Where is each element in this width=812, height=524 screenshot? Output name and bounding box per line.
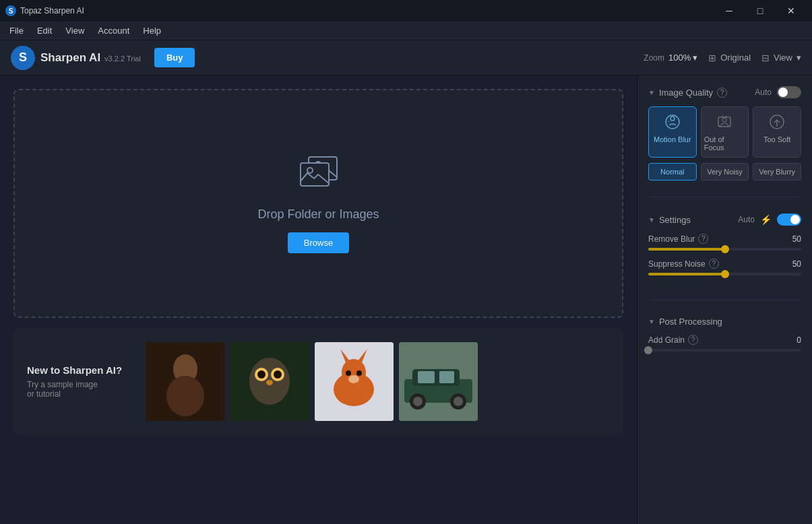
image-quality-auto-label: Auto [755, 88, 772, 97]
out-of-focus-label: Out of Focus [704, 135, 746, 152]
maximize-button[interactable]: □ [745, 0, 776, 22]
svg-rect-29 [439, 371, 454, 383]
sample-section: New to Sharpen AI? Try a sample image or… [13, 329, 623, 434]
divider-1 [648, 197, 801, 197]
remove-blur-info-icon[interactable]: ? [698, 234, 708, 244]
drop-icon [295, 154, 342, 197]
right-panel: ▼ Image Quality ? Auto [637, 75, 812, 524]
post-processing-title: ▼ Post Processing [648, 317, 722, 327]
menu-edit[interactable]: Edit [30, 23, 59, 38]
menu-help[interactable]: Help [136, 23, 168, 38]
post-processing-label: Post Processing [659, 317, 722, 327]
zoom-label: Zoom [644, 53, 664, 63]
zoom-control[interactable]: Zoom 100% ▾ [644, 53, 697, 63]
settings-section: ▼ Settings Auto ⚡ Remove Blur ? 50 [648, 214, 801, 284]
quality-btn-out-of-focus[interactable]: Out of Focus [701, 106, 749, 158]
add-grain-label-row: Add Grain ? 0 [648, 335, 801, 345]
noise-btn-very-blurry[interactable]: Very Blurry [753, 163, 801, 181]
original-icon: ⊞ [708, 53, 716, 63]
toolbar: S Sharpen AI v3.2.2 Trial Buy Zoom 100% … [0, 40, 812, 75]
settings-chevron-icon: ▼ [648, 216, 655, 224]
image-quality-info-icon[interactable]: ? [717, 88, 727, 98]
sample-image-3[interactable] [315, 342, 394, 421]
svg-point-16 [266, 380, 273, 385]
view-label: View [774, 53, 792, 63]
app-name-group: Sharpen AI v3.2.2 Trial [40, 51, 141, 65]
titlebar-app-icon: S [5, 5, 16, 16]
app-logo: S Sharpen AI v3.2.2 Trial [11, 46, 141, 70]
noise-btn-normal[interactable]: Normal [648, 163, 697, 181]
dropzone[interactable]: Drop Folder or Images Browse [13, 89, 623, 318]
suppress-noise-value: 50 [792, 259, 801, 269]
zoom-value: 100% ▾ [668, 53, 697, 63]
suppress-noise-info-icon[interactable]: ? [709, 259, 719, 269]
sample-image-1[interactable] [146, 342, 225, 421]
remove-blur-label-row: Remove Blur ? 50 [648, 234, 801, 244]
remove-blur-value: 50 [792, 234, 801, 244]
too-soft-label: Too Soft [763, 135, 790, 143]
remove-blur-track[interactable] [648, 248, 801, 251]
add-grain-thumb[interactable] [644, 346, 652, 354]
remove-blur-fill [648, 248, 725, 251]
svg-text:S: S [9, 7, 13, 15]
browse-button[interactable]: Browse [288, 232, 349, 253]
image-quality-section: ▼ Image Quality ? Auto [648, 86, 801, 181]
menu-file[interactable]: File [3, 23, 30, 38]
app-name: Sharpen AI [40, 51, 100, 65]
sample-image-4[interactable] [399, 342, 478, 421]
menu-view[interactable]: View [59, 23, 91, 38]
add-grain-slider-row: Add Grain ? 0 [648, 335, 801, 352]
quality-btn-motion-blur[interactable]: Motion Blur [648, 106, 697, 158]
remove-blur-thumb[interactable] [721, 245, 729, 253]
settings-header: ▼ Settings Auto ⚡ [648, 214, 801, 226]
original-button[interactable]: ⊞ Original [708, 53, 751, 63]
svg-point-15 [274, 370, 282, 379]
view-icon: ⊟ [761, 53, 770, 63]
svg-point-33 [454, 397, 463, 406]
settings-toggle[interactable] [777, 214, 801, 226]
suppress-noise-slider-row: Suppress Noise ? 50 [648, 259, 801, 275]
image-quality-chevron-icon: ▼ [648, 89, 655, 96]
add-grain-track[interactable] [648, 349, 801, 352]
motion-blur-icon [663, 112, 682, 131]
suppress-noise-label-row: Suppress Noise ? 50 [648, 259, 801, 269]
svg-point-22 [348, 375, 359, 383]
svg-rect-4 [301, 163, 329, 186]
post-processing-chevron-icon: ▼ [648, 318, 655, 325]
menubar: File Edit View Account Help [0, 22, 812, 40]
sample-title: New to Sharpen AI? [27, 364, 122, 376]
quality-btn-too-soft[interactable]: Too Soft [753, 106, 801, 158]
minimize-button[interactable]: ─ [714, 0, 745, 22]
suppress-noise-track[interactable] [648, 273, 801, 275]
noise-btn-very-noisy[interactable]: Very Noisy [701, 163, 749, 181]
add-grain-info-icon[interactable]: ? [688, 335, 698, 345]
titlebar-controls: ─ □ ✕ [714, 0, 807, 22]
settings-auto-label: Auto [738, 215, 755, 224]
buy-button[interactable]: Buy [154, 48, 195, 67]
svg-point-24 [356, 370, 362, 376]
remove-blur-slider-row: Remove Blur ? 50 [648, 234, 801, 251]
post-processing-header: ▼ Post Processing [648, 317, 801, 327]
noise-mode-grid: Normal Very Noisy Very Blurry [648, 163, 801, 181]
original-label: Original [720, 53, 751, 63]
svg-rect-9 [146, 342, 225, 421]
image-quality-label: Image Quality [659, 88, 713, 98]
logo-icon: S [11, 46, 35, 70]
titlebar-left: S Topaz Sharpen AI [5, 5, 84, 16]
settings-title: ▼ Settings [648, 215, 691, 225]
drop-text: Drop Folder or Images [257, 207, 379, 222]
view-button[interactable]: ⊟ View ▾ [761, 53, 801, 63]
sample-image-2[interactable] [230, 342, 309, 421]
main-layout: Drop Folder or Images Browse New to Shar… [0, 75, 812, 524]
toolbar-right: Zoom 100% ▾ ⊞ Original ⊟ View ▾ [644, 53, 801, 63]
image-quality-toggle[interactable] [777, 86, 801, 98]
settings-label: Settings [659, 215, 691, 225]
close-button[interactable]: ✕ [776, 0, 807, 22]
out-of-focus-icon [715, 112, 734, 131]
titlebar-title: Topaz Sharpen AI [20, 6, 84, 15]
image-quality-header: ▼ Image Quality ? Auto [648, 86, 801, 98]
menu-account[interactable]: Account [91, 23, 136, 38]
svg-point-34 [666, 115, 679, 129]
suppress-noise-thumb[interactable] [721, 270, 729, 278]
quality-mode-grid: Motion Blur Out of Focus [648, 106, 801, 158]
